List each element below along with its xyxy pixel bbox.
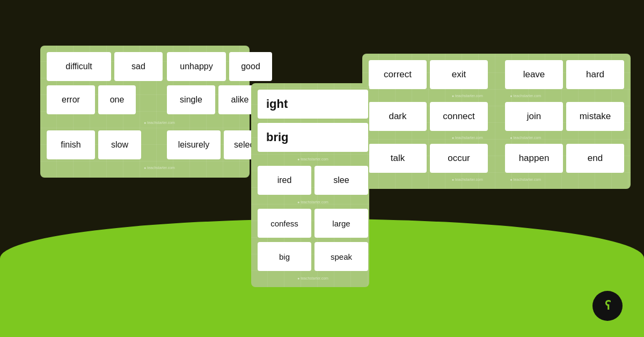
word-pair: dark connect join mistake [369,102,624,131]
word-card-end: end [566,144,624,173]
word-card-correct: correct [369,60,427,89]
word-card: leisurely [167,130,221,159]
word-card-ight: ight [258,90,368,119]
word-pair: error one [47,85,163,114]
word-card: slow [98,130,141,159]
word-pair: finish slow [47,130,163,159]
word-card: one [98,85,136,114]
word-card-talk: talk [369,144,427,173]
word-card-exit: exit [430,60,488,89]
logo-icon: ʕ [592,291,623,321]
word-card-ired: ired [258,166,311,195]
word-pair: difficult sad [47,52,163,81]
word-pair: talk occur happen end [369,144,624,173]
word-card-hard: hard [566,60,624,89]
word-pair: unhappy good [167,52,272,81]
card-group-2: ight brig ● teachstarter.com ired slee ●… [251,83,369,287]
card-group-3: correct exit leave hard ● teachstarter.c… [362,54,631,189]
word-card-connect: connect [430,102,488,131]
card-group-1: difficult sad unhappy good error one sin… [40,46,250,178]
word-card-leave: leave [505,60,563,89]
word-card-dark: dark [369,102,427,131]
word-card: finish [47,130,95,159]
word-card: sad [114,52,163,81]
logo-symbol: ʕ [605,299,611,313]
word-card-occur: occur [430,144,488,173]
word-card-confess: confess [258,209,311,238]
word-pair: ight [258,90,368,119]
word-card-large: large [314,209,368,238]
word-card: unhappy [167,52,226,81]
word-pair: confess large [258,209,368,238]
word-card: good [229,52,272,81]
word-card-speak: speak [314,242,368,271]
word-card-mistake: mistake [566,102,624,131]
word-card-brig: brig [258,123,368,152]
word-pair: big speak [258,242,368,271]
word-pair: brig [258,123,368,152]
word-card-big: big [258,242,311,271]
word-card-happen: happen [505,144,563,173]
word-card-slee: slee [314,166,368,195]
word-card: difficult [47,52,111,81]
word-pair: correct exit leave hard [369,60,624,89]
word-card: single [167,85,215,114]
word-card: error [47,85,95,114]
word-card-join: join [505,102,563,131]
word-pair: ired slee [258,166,368,195]
